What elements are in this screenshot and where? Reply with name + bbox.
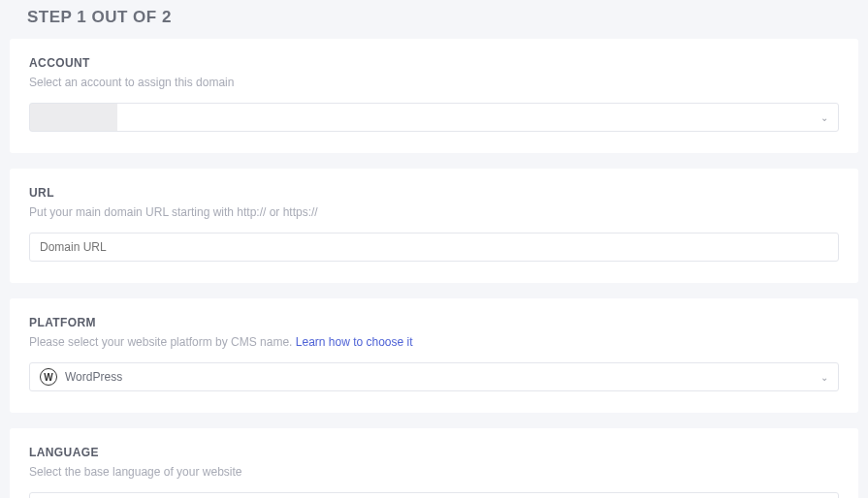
platform-section: PLATFORM Please select your website plat…	[10, 298, 858, 413]
learn-link[interactable]: Learn how to choose it	[296, 335, 413, 349]
platform-select[interactable]: W WordPress ⌄	[29, 362, 839, 391]
language-desc: Select the base language of your website	[29, 465, 839, 479]
platform-select-value: WordPress	[65, 370, 122, 384]
chevron-down-icon: ⌄	[820, 372, 828, 383]
url-label: URL	[29, 186, 839, 200]
account-select[interactable]: ⌄	[29, 103, 839, 132]
step-title: STEP 1 OUT OF 2	[10, 0, 858, 39]
account-desc: Select an account to assign this domain	[29, 76, 839, 89]
language-select[interactable]: Select language... ⌄	[29, 492, 839, 498]
wordpress-icon: W	[40, 368, 57, 386]
platform-label: PLATFORM	[29, 316, 839, 329]
url-desc: Put your main domain URL starting with h…	[29, 205, 839, 219]
platform-desc: Please select your website platform by C…	[29, 335, 839, 349]
language-label: LANGUAGE	[29, 446, 839, 459]
account-section: ACCOUNT Select an account to assign this…	[10, 39, 858, 153]
url-section: URL Put your main domain URL starting wi…	[10, 169, 858, 283]
account-label: ACCOUNT	[29, 56, 839, 70]
chevron-down-icon: ⌄	[820, 112, 828, 123]
url-input-wrapper	[29, 233, 839, 262]
language-section: LANGUAGE Select the base language of you…	[10, 428, 858, 498]
url-input[interactable]	[40, 240, 828, 254]
